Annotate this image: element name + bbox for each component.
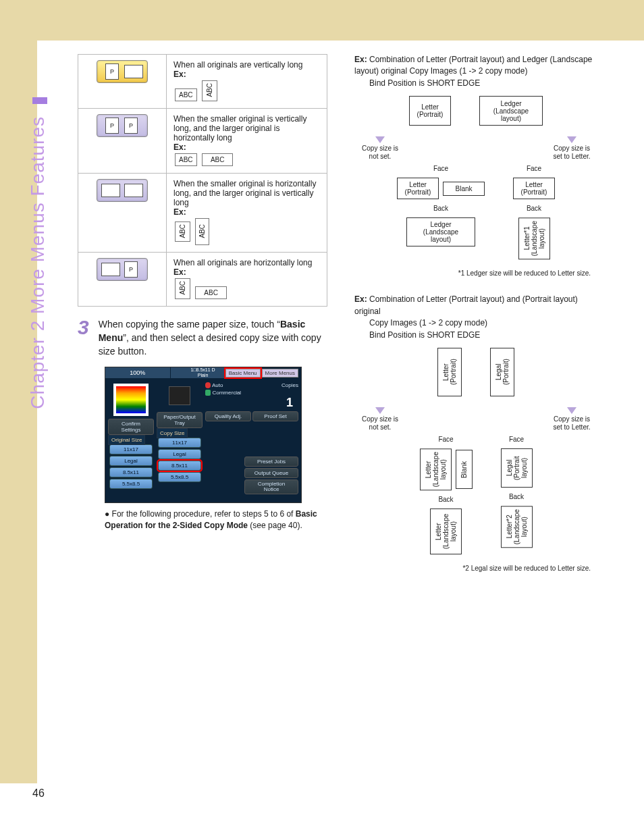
ex-cell: ABC [175, 221, 190, 242]
chapter-accent [32, 97, 47, 104]
page-glyph-icon: P [105, 118, 119, 134]
preset-jobs-button[interactable]: Preset Jobs [244, 457, 298, 467]
arrow-down-icon [567, 136, 576, 143]
back-label: Back [527, 205, 541, 212]
copy-size-set-label: Copy size is set to Letter. [552, 145, 592, 161]
copy-size-not-set-label: Copy size is not set. [360, 415, 400, 432]
ex-cell: ABC [202, 80, 217, 101]
page-glyph-icon [124, 65, 143, 78]
left-margin: Chapter 2 More Menus Features [0, 41, 37, 783]
size-button[interactable]: Legal [109, 456, 153, 466]
example-1-heading: Ex: Combination of Letter (Portrait layo… [354, 54, 597, 89]
face-label: Face [527, 165, 541, 172]
blank-box: Blank [443, 182, 485, 196]
page-number: 46 [0, 783, 644, 806]
face-label: Face [438, 436, 453, 443]
chapter-title: Chapter 2 More Menus Features [27, 116, 43, 409]
letter-portrait-box: Letter (Portrait) [513, 178, 555, 199]
page-glyph-icon [124, 184, 143, 197]
page-glyph-icon: P [124, 261, 138, 278]
top-bar [0, 0, 644, 41]
footnote-1: *1 Ledger size will be reduced to Letter… [354, 269, 597, 278]
orientation-option-4-button[interactable]: P [97, 258, 148, 281]
size-button-selected[interactable]: 8.5x11 [158, 461, 201, 471]
step-number: 3 [78, 317, 89, 359]
ex-label: Ex: [173, 70, 186, 79]
page-glyph-icon: P [124, 118, 138, 134]
letter-landscape-box: Letter*1 (Landscape layout) [518, 217, 550, 259]
ex-cell: ABC [195, 286, 227, 299]
back-label: Back [509, 493, 524, 500]
footnote-2: *2 Legal size will be reduced to Letter … [354, 564, 597, 573]
blank-box: Blank [456, 450, 473, 489]
option-desc: When all originals are horizontally long [173, 258, 320, 267]
tab-basic-menu[interactable]: Basic Menu [225, 369, 261, 377]
completion-notice-button[interactable]: Completion Notice [244, 479, 298, 494]
size-button[interactable]: 5.5x8.5 [158, 472, 201, 482]
ex-cell: ABC [175, 153, 197, 166]
page-glyph-icon [101, 263, 120, 276]
page-glyph-icon: P [105, 63, 119, 80]
ex-cell: ABC [195, 218, 209, 246]
page-glyph-icon [101, 184, 120, 197]
option-desc: When the smaller original is vertically … [173, 114, 320, 142]
size-button[interactable]: 11x17 [109, 444, 153, 454]
copier-screen: 100% 1□8.5x11 D Plain Basic Menu More Me… [105, 367, 302, 503]
orientation-options-table: P When all originals are vertically long… [78, 54, 327, 307]
option-desc: When the smaller original is horizontall… [173, 179, 320, 207]
confirm-settings-button[interactable]: Confirm Settings [108, 419, 154, 435]
ex-cell: ABC [175, 278, 190, 299]
ex-label: Ex: [173, 267, 186, 277]
orientation-option-2-button[interactable]: P P [97, 114, 148, 137]
example-1-top-boxes: Letter (Portrait) Ledger (Landscape layo… [354, 96, 597, 126]
example-2-top-boxes: Letter (Portrait) Legal (Portrait) [354, 348, 597, 396]
copy-size-not-set-label: Copy size is not set. [360, 145, 400, 161]
arrow-down-icon [567, 407, 576, 414]
orientation-option-1-button[interactable]: P [97, 60, 148, 83]
letter-portrait-box: Letter (Portrait) [409, 96, 451, 126]
copy-size-header: Copy Size [157, 428, 188, 438]
output-queue-button[interactable]: Output Queue [244, 468, 298, 478]
ex-cell: ABC [175, 88, 197, 101]
face-label: Face [433, 165, 448, 172]
size-button[interactable]: 8.5x11 [109, 467, 153, 477]
copies-label: Copies [281, 382, 298, 388]
ex-cell: ABC [202, 153, 234, 166]
arrow-down-icon [375, 407, 385, 414]
size-button[interactable]: 5.5x8.5 [109, 479, 153, 489]
arrow-down-icon [375, 136, 385, 143]
paper-tray-button[interactable]: Paper/Output Tray [157, 412, 203, 428]
back-label: Back [433, 205, 448, 212]
step-text: When copying the same paper size, touch … [99, 317, 327, 359]
quality-adj-button[interactable]: Quality Adj. [205, 411, 251, 421]
procedure-note: For the following procedure, refer to st… [105, 509, 327, 532]
size-button[interactable]: 11x17 [158, 438, 201, 448]
back-label: Back [438, 496, 453, 503]
ledger-landscape-box: Ledger (Landscape layout) [406, 217, 475, 246]
tab-more-menus[interactable]: More Menus [262, 369, 298, 377]
copy-size-set-label: Copy size is set to Letter. [552, 415, 592, 432]
zoom-readout: 100% [105, 367, 171, 378]
letter-landscape-box: Letter (Landscape layout) [420, 448, 452, 490]
ex-label: Ex: [173, 142, 186, 152]
letter-portrait-box: Letter (Portrait) [437, 348, 462, 396]
commercial-label: Commercial [212, 390, 241, 396]
legal-portrait-box: Legal (Portrait layout) [501, 448, 533, 488]
proof-set-button[interactable]: Proof Set [252, 411, 298, 421]
size-button[interactable]: Legal [158, 449, 201, 459]
ledger-landscape-box: Ledger (Landscape layout) [479, 96, 543, 126]
letter-landscape-box: Letter*2 (Landscape layout) [501, 506, 533, 548]
original-size-header: Original Size [108, 435, 145, 445]
legal-portrait-box: Legal (Portrait) [490, 348, 514, 396]
printer-icon [169, 386, 190, 405]
auto-label: Auto [212, 382, 223, 388]
copies-count: 1 [205, 396, 298, 410]
orientation-option-3-button[interactable] [97, 179, 148, 202]
option-desc: When all originals are vertically long [173, 60, 320, 70]
letter-landscape-box: Letter (Landscape layout) [430, 509, 462, 554]
letter-portrait-box: Letter (Portrait) [397, 178, 439, 199]
step-3: 3 When copying the same paper size, touc… [78, 317, 327, 359]
example-2-heading: Ex: Combination of Letter (Portrait layo… [354, 294, 597, 341]
ex-label: Ex: [173, 207, 186, 217]
preview-icon [113, 384, 149, 416]
